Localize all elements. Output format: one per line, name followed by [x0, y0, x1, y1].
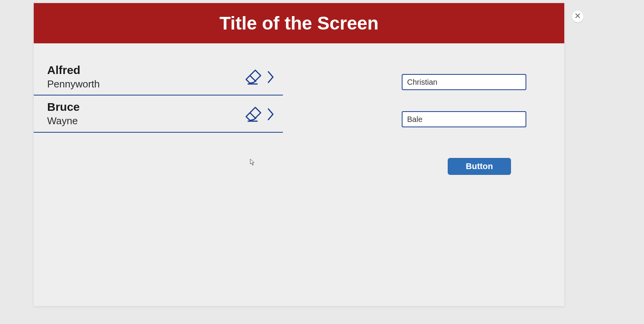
list-item-text: Alfred Pennyworth: [47, 63, 100, 91]
modal-panel: Title of the Screen Alfred Pennyworth: [34, 3, 564, 306]
close-button[interactable]: [572, 11, 583, 22]
list-item-first-name: Alfred: [47, 63, 100, 77]
eraser-icon[interactable]: [242, 104, 264, 125]
page-title: Title of the Screen: [219, 13, 378, 34]
list-item-actions: [242, 66, 275, 88]
chevron-right-icon[interactable]: [267, 69, 275, 85]
header-bar: Title of the Screen: [34, 3, 564, 43]
chevron-right-icon[interactable]: [267, 107, 275, 122]
eraser-icon[interactable]: [242, 66, 264, 88]
close-icon: [575, 13, 580, 20]
svg-line-4: [250, 113, 256, 119]
list-column: Alfred Pennyworth: [34, 59, 283, 175]
list-item-first-name: Bruce: [47, 100, 80, 114]
content-area: Alfred Pennyworth: [34, 43, 564, 175]
list-item-last-name: Wayne: [47, 114, 80, 128]
list-item-text: Bruce Wayne: [47, 100, 80, 128]
form-column: Button: [402, 59, 526, 175]
first-name-input[interactable]: [402, 74, 526, 90]
list-item-last-name: Pennyworth: [47, 77, 100, 91]
list-item[interactable]: Alfred Pennyworth: [34, 59, 283, 95]
list-item[interactable]: Bruce Wayne: [34, 95, 283, 132]
svg-line-2: [250, 76, 256, 82]
submit-button[interactable]: Button: [448, 158, 511, 175]
last-name-input[interactable]: [402, 111, 526, 127]
list-item-actions: [242, 104, 275, 125]
